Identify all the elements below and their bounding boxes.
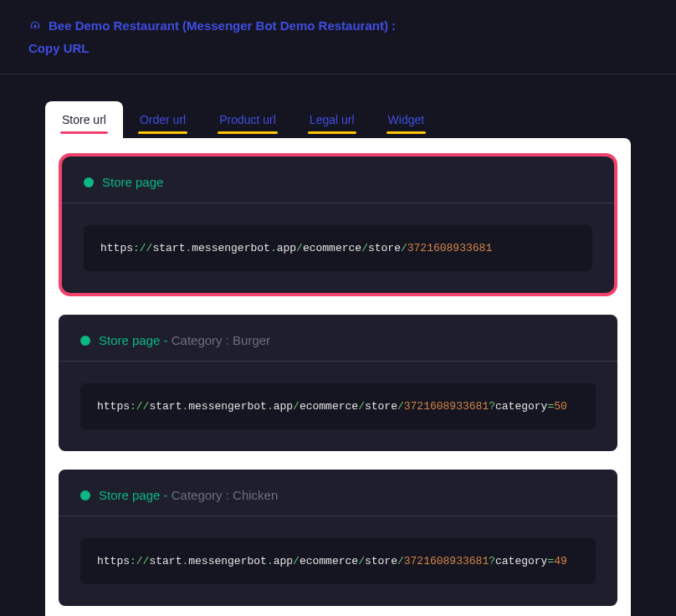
- url-token: /: [397, 400, 404, 413]
- tab-store-url[interactable]: Store url: [45, 101, 123, 138]
- header-subtitle: Copy URL: [28, 41, 648, 55]
- status-dot-icon: [84, 177, 94, 187]
- url-token: start: [149, 400, 182, 413]
- url-token: messengerbot: [188, 400, 267, 413]
- tab-panel: Store pagehttps://start.messengerbot.app…: [45, 138, 631, 616]
- header-title-text: Bee Demo Restaurant (Messenger Bot Demo …: [49, 18, 396, 33]
- url-token: messengerbot: [192, 242, 270, 254]
- url-token: messengerbot: [188, 555, 267, 567]
- url-display[interactable]: https://start.messengerbot.app/ecommerce…: [84, 225, 592, 271]
- tab-label: Store url: [62, 113, 106, 126]
- url-token: /: [401, 242, 407, 254]
- tab-label: Product url: [219, 113, 276, 126]
- url-token: ecommerce: [300, 555, 358, 567]
- tab-order-url[interactable]: Order url: [123, 101, 202, 138]
- url-token: 3721608933681: [407, 242, 492, 254]
- card-title-main: Store page -: [99, 488, 172, 502]
- url-token: 50: [554, 400, 567, 413]
- tab-underline: [60, 131, 108, 134]
- url-token: start: [149, 555, 182, 567]
- tab-widget[interactable]: Widget: [371, 101, 442, 138]
- tab-label: Legal url: [310, 113, 355, 126]
- card-title-main: Store page: [102, 175, 163, 189]
- card-title: Store page - Category : Chicken: [99, 488, 278, 502]
- url-card: Store page - Category : Chickenhttps://s…: [59, 470, 617, 606]
- url-token: /: [358, 400, 365, 413]
- url-display[interactable]: https://start.messengerbot.app/ecommerce…: [80, 383, 596, 429]
- card-header: Store page: [62, 157, 614, 203]
- url-card: Store page - Category : Burgerhttps://st…: [59, 315, 617, 451]
- url-token: store: [368, 242, 401, 254]
- card-title-sub: Category : Burger: [172, 333, 270, 347]
- card-body: https://start.messengerbot.app/ecommerce…: [62, 203, 614, 293]
- card-header: Store page - Category : Burger: [59, 315, 617, 362]
- url-token: /: [296, 242, 303, 254]
- content-area: Store urlOrder urlProduct urlLegal urlWi…: [0, 74, 676, 616]
- url-token: 49: [554, 555, 567, 567]
- card-title-main: Store page -: [99, 333, 172, 347]
- url-token: /: [397, 555, 404, 567]
- tab-underline: [138, 131, 187, 134]
- url-token: ://: [133, 242, 152, 254]
- tab-label: Widget: [388, 113, 425, 126]
- url-token: app: [274, 400, 293, 413]
- tab-label: Order url: [140, 113, 186, 126]
- url-token: app: [274, 555, 293, 567]
- url-token: /: [293, 400, 300, 413]
- url-token: store: [365, 555, 397, 567]
- url-token: https: [97, 555, 130, 567]
- card-title: Store page - Category : Burger: [99, 333, 270, 347]
- url-display[interactable]: https://start.messengerbot.app/ecommerce…: [80, 538, 596, 584]
- url-token: /: [361, 242, 368, 254]
- tab-legal-url[interactable]: Legal url: [293, 101, 371, 138]
- status-dot-icon: [80, 336, 90, 346]
- tab-underline: [218, 131, 278, 134]
- card-title: Store page: [102, 175, 163, 189]
- header-title-row: Bee Demo Restaurant (Messenger Bot Demo …: [28, 18, 648, 33]
- url-token: /: [358, 555, 365, 567]
- tab-underline: [308, 131, 356, 134]
- url-card: Store pagehttps://start.messengerbot.app…: [59, 153, 617, 296]
- url-token: .: [267, 400, 274, 413]
- url-token: ://: [130, 555, 149, 567]
- url-token: 3721608933681: [404, 400, 489, 413]
- url-token: store: [365, 400, 397, 413]
- card-header: Store page - Category : Chicken: [59, 470, 617, 516]
- url-token: app: [277, 242, 296, 254]
- url-token: ?: [489, 400, 495, 413]
- url-token: ecommerce: [303, 242, 361, 254]
- page-header: Bee Demo Restaurant (Messenger Bot Demo …: [0, 0, 676, 74]
- url-token: .: [267, 555, 274, 567]
- tab-product-url[interactable]: Product url: [202, 101, 293, 138]
- url-token: ecommerce: [300, 400, 358, 413]
- url-token: https: [100, 242, 133, 254]
- card-title-sub: Category : Chicken: [172, 488, 279, 502]
- url-token: category: [495, 555, 547, 567]
- tab-bar: Store urlOrder urlProduct urlLegal urlWi…: [45, 101, 631, 138]
- url-token: ://: [130, 400, 149, 413]
- url-token: /: [293, 555, 300, 567]
- url-token: .: [270, 242, 277, 254]
- url-token: category: [495, 400, 547, 413]
- url-token: ?: [489, 555, 495, 567]
- url-token: start: [152, 242, 185, 254]
- tab-underline: [387, 131, 427, 134]
- url-token: 3721608933681: [404, 555, 489, 567]
- card-body: https://start.messengerbot.app/ecommerce…: [59, 516, 617, 606]
- card-body: https://start.messengerbot.app/ecommerce…: [59, 362, 617, 451]
- gauge-icon: [28, 19, 42, 33]
- status-dot-icon: [80, 490, 90, 501]
- url-token: https: [97, 400, 130, 413]
